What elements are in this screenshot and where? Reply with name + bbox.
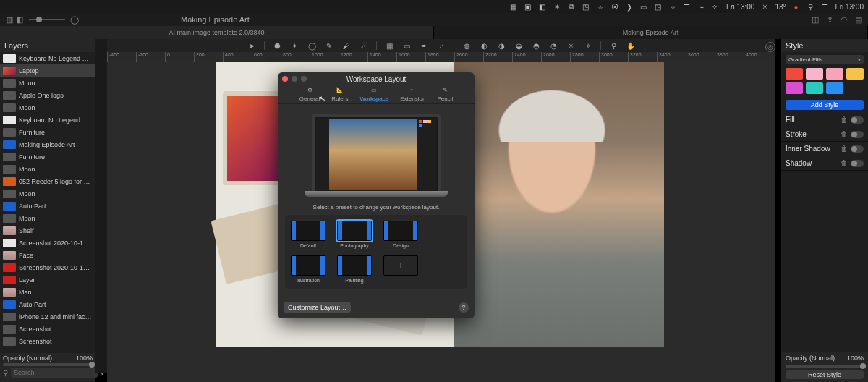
layers-search-input[interactable] xyxy=(11,368,98,378)
layer-row[interactable]: Keyboard No Legend Paint Cop… xyxy=(0,114,95,126)
sparkle-tool-icon[interactable]: ✧ xyxy=(583,41,593,51)
layer-row[interactable]: Furniture xyxy=(0,150,95,163)
trash-icon[interactable]: 🗑 xyxy=(841,160,848,167)
layer-row[interactable]: Moon xyxy=(0,77,95,89)
menubar-icon[interactable]: ▦ xyxy=(509,2,518,11)
pen-tool-icon[interactable]: ✒ xyxy=(419,41,429,51)
color-swatch[interactable] xyxy=(786,68,803,80)
section-toggle[interactable] xyxy=(851,131,864,138)
weather-icon[interactable]: ☀ xyxy=(760,2,769,11)
color-swatch[interactable] xyxy=(826,68,843,80)
layer-row[interactable]: 052 Reeder 5 logo for artwork xyxy=(0,175,95,187)
layer-row[interactable]: Man xyxy=(0,286,95,298)
menubar-icon[interactable]: ⟐ xyxy=(596,2,605,11)
display-mode-icon[interactable]: ◯ xyxy=(69,14,80,25)
menubar-icon[interactable]: ⦿ xyxy=(610,2,619,11)
color-swatch[interactable] xyxy=(806,82,823,94)
layer-row[interactable]: Moon xyxy=(0,187,95,200)
style-section[interactable]: Stroke🗑 xyxy=(781,127,868,142)
section-toggle[interactable] xyxy=(851,145,864,153)
trash-icon[interactable]: 🗑 xyxy=(841,145,848,153)
circle-tool-icon[interactable]: ◯ xyxy=(307,41,317,51)
color-swatch[interactable] xyxy=(826,82,843,94)
adjust-e-icon[interactable]: ◓ xyxy=(531,41,541,51)
window-minimize-icon[interactable] xyxy=(292,76,297,82)
workspace-preset[interactable]: Design xyxy=(383,221,418,248)
layer-row[interactable]: Layer xyxy=(0,273,95,286)
workspace-preset[interactable]: Painting xyxy=(337,255,372,283)
adjust-c-icon[interactable]: ◑ xyxy=(496,41,506,51)
menubar-icon[interactable]: ⧉ xyxy=(567,2,576,11)
grid-tool-icon[interactable]: ▦ xyxy=(384,41,394,51)
left-sidebar-resize-handle[interactable] xyxy=(95,39,107,373)
workspace-preset[interactable]: Illustration xyxy=(291,255,326,283)
layer-row[interactable]: Screenshot xyxy=(0,323,95,335)
layer-row[interactable]: Furniture xyxy=(0,126,95,138)
document-tab[interactable]: Making Episode Art xyxy=(434,26,868,39)
notification-icon[interactable]: ● xyxy=(792,2,801,11)
color-swatch[interactable] xyxy=(846,68,864,80)
menubar-icon[interactable]: ❯ xyxy=(625,2,634,11)
section-toggle[interactable] xyxy=(851,116,864,124)
trash-icon[interactable]: 🗑 xyxy=(841,131,848,138)
menubar-icon[interactable]: ◧ xyxy=(538,2,547,11)
layer-row[interactable]: Face xyxy=(0,249,95,261)
layout-icon[interactable]: ◧ xyxy=(14,14,25,25)
menubar-icon[interactable]: ▣ xyxy=(524,2,532,11)
layer-row[interactable]: Shelf xyxy=(0,224,95,237)
style-section[interactable]: Shadow🗑 xyxy=(781,156,868,171)
star-tool-icon[interactable]: ✦ xyxy=(289,41,299,51)
layer-row[interactable]: Screenshot 2020-10-19 at 13.0… xyxy=(0,261,95,273)
dialog-tab-rulers[interactable]: 📐Rulers xyxy=(331,85,348,103)
smudge-tool-icon[interactable]: ☄ xyxy=(359,41,369,51)
adjust-b-icon[interactable]: ◐ xyxy=(479,41,489,51)
adjust-d-icon[interactable]: ◒ xyxy=(514,41,524,51)
zoom-slider[interactable] xyxy=(29,19,65,20)
sidebar-right-icon[interactable]: ▤ xyxy=(854,14,864,25)
section-toggle[interactable] xyxy=(851,160,864,167)
dialog-tab-general[interactable]: ⚙General xyxy=(299,85,320,103)
layer-row[interactable]: Moon xyxy=(0,212,95,224)
dialog-tab-pencil[interactable]: ✎Pencil xyxy=(437,85,453,103)
style-preset-dropdown[interactable]: Gradient Fills xyxy=(786,55,864,64)
hand-tool-icon[interactable]: ✋ xyxy=(626,41,636,51)
menubar-clock-right[interactable]: Fri 13:00 xyxy=(835,3,864,11)
customize-layout-button[interactable]: Customize Layout… xyxy=(284,302,351,313)
color-swatch[interactable] xyxy=(786,82,803,94)
add-style-button[interactable]: Add Style xyxy=(786,100,864,110)
light-tool-icon[interactable]: ☀ xyxy=(566,41,576,51)
menubar-icon[interactable]: ▭ xyxy=(639,2,648,11)
dialog-tab-extension[interactable]: ⤳Extension xyxy=(400,85,425,103)
layer-row[interactable]: Screenshot 2020-10-19 at 13.0… xyxy=(0,237,95,249)
menubar-icon[interactable]: ⌁ xyxy=(697,2,706,11)
opacity-slider[interactable] xyxy=(3,363,93,366)
menubar-icon[interactable]: ✶ xyxy=(553,2,561,11)
info-indicator-icon[interactable]: ◎ xyxy=(765,42,775,52)
reset-style-button[interactable]: Reset Style xyxy=(786,370,864,379)
cloud-icon[interactable]: ◠ xyxy=(839,14,849,25)
pointer-tool-icon[interactable]: ➤ xyxy=(247,41,257,51)
workspace-preset[interactable]: Default xyxy=(291,221,326,248)
panel-toggle-icon[interactable]: ◫ xyxy=(810,14,820,25)
layer-row[interactable]: Apple One logo xyxy=(0,89,95,101)
apple-logo-icon[interactable] xyxy=(4,2,13,11)
adjust-a-icon[interactable]: ◍ xyxy=(461,41,472,51)
menubar-icon[interactable]: ⎃ xyxy=(668,2,677,11)
spotlight-icon[interactable]: ⚲ xyxy=(807,2,815,11)
window-zoom-icon[interactable] xyxy=(301,76,307,82)
control-center-icon[interactable]: ☲ xyxy=(821,2,830,11)
eyedropper-tool-icon[interactable]: ⟋ xyxy=(436,41,446,51)
dialog-tab-workspace[interactable]: ▭Workspace xyxy=(359,85,388,103)
share-icon[interactable]: ⇪ xyxy=(825,14,835,25)
artboard-tool-icon[interactable]: ▭ xyxy=(401,41,412,51)
style-section[interactable]: Inner Shadow🗑 xyxy=(781,142,868,156)
blob-tool-icon[interactable]: ⬣ xyxy=(272,41,282,51)
brush-tool-icon[interactable]: ✎ xyxy=(324,41,334,51)
menubar-clock[interactable]: Fri 13:00 xyxy=(726,3,754,11)
layer-row[interactable]: iPhone 12 and mini facing left xyxy=(0,310,95,323)
menubar-icon[interactable]: ☰ xyxy=(683,2,692,11)
menubar-icon[interactable]: ◲ xyxy=(654,2,663,11)
paint-tool-icon[interactable]: 🖌 xyxy=(341,41,352,51)
wifi-icon[interactable]: ᯤ xyxy=(712,2,720,11)
trash-icon[interactable]: 🗑 xyxy=(841,116,848,124)
